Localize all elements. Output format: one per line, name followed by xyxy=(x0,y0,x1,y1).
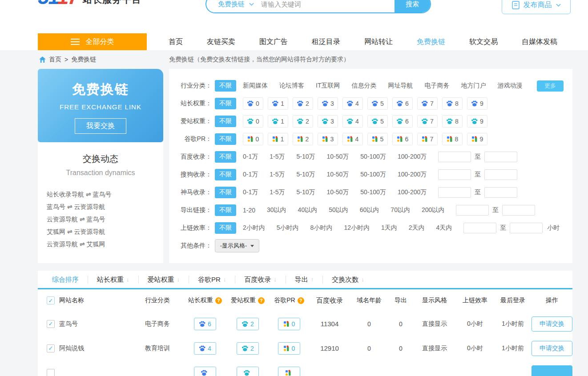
filter-level-option[interactable]: 6 xyxy=(392,133,413,145)
filter-unlimited-button[interactable]: 不限 xyxy=(215,98,236,109)
filter-level-option[interactable]: 1 xyxy=(268,97,288,110)
range-min-input[interactable] xyxy=(456,205,489,216)
filter-unlimited-button[interactable]: 不限 xyxy=(215,187,236,198)
filter-level-option[interactable]: 8 xyxy=(442,115,463,128)
row-checkbox[interactable] xyxy=(47,369,55,376)
row-checkbox[interactable]: ✓ xyxy=(47,344,55,352)
breadcrumb-home[interactable]: 首页 xyxy=(49,56,61,64)
range-min-input[interactable] xyxy=(463,223,496,233)
filter-unlimited-button[interactable]: 不限 xyxy=(215,116,236,127)
filter-level-option[interactable]: 7 xyxy=(417,133,438,145)
filter-level-option[interactable]: 3 xyxy=(318,133,338,145)
filter-level-option[interactable]: 2 xyxy=(293,133,313,145)
site-logo[interactable]: 5117 站长服务平台 xyxy=(38,0,141,7)
filter-unlimited-button[interactable]: 不限 xyxy=(215,80,236,92)
filter-option[interactable]: 游戏动漫 xyxy=(497,82,522,90)
pr-value-box[interactable]: 0 xyxy=(278,318,300,330)
filter-level-option[interactable]: 4 xyxy=(342,133,363,145)
sort-tab-2[interactable]: 爱站权重↓ xyxy=(138,276,189,284)
filter-option[interactable]: 50-100万 xyxy=(360,153,386,161)
filter-level-option[interactable]: 3 xyxy=(318,97,338,110)
filter-option[interactable]: 0-1万 xyxy=(243,188,258,196)
filter-level-option[interactable]: 7 xyxy=(417,97,438,110)
filter-level-option[interactable]: 0 xyxy=(243,97,263,110)
filter-level-option[interactable]: 4 xyxy=(342,115,363,128)
filter-level-option[interactable]: 5 xyxy=(367,133,388,145)
filter-level-option[interactable]: 0 xyxy=(243,133,263,145)
nav-item-4[interactable]: 网站转让 xyxy=(352,37,405,47)
filter-option[interactable]: 10-50万 xyxy=(327,188,349,196)
filter-option[interactable]: 0-1万 xyxy=(243,153,258,161)
range-min-input[interactable] xyxy=(438,187,471,198)
filter-option[interactable]: 信息分类 xyxy=(351,82,376,90)
filter-level-option[interactable]: 9 xyxy=(467,115,487,128)
apply-exchange-button[interactable]: 申请交换 xyxy=(532,316,572,332)
filter-option[interactable]: 1-20 xyxy=(243,207,255,214)
filter-level-option[interactable]: 3 xyxy=(318,115,338,128)
filter-option[interactable]: 5-10万 xyxy=(296,171,315,179)
filter-level-option[interactable]: 6 xyxy=(392,97,413,110)
range-max-input[interactable] xyxy=(484,169,517,180)
filter-level-option[interactable]: 1 xyxy=(268,115,288,128)
range-max-input[interactable] xyxy=(484,152,517,162)
nav-item-5[interactable]: 免费换链 xyxy=(405,37,457,47)
filter-level-option[interactable]: 4 xyxy=(342,97,363,110)
filter-level-option[interactable]: 6 xyxy=(392,115,413,128)
filter-option[interactable]: 新闻媒体 xyxy=(243,82,268,90)
filter-option[interactable]: 地方门户 xyxy=(461,82,486,90)
range-min-input[interactable] xyxy=(438,169,471,180)
filter-level-option[interactable]: 8 xyxy=(442,97,463,110)
sort-tab-3[interactable]: 谷歌PR↓ xyxy=(189,276,235,284)
search-input[interactable] xyxy=(260,0,395,13)
select-all-checkbox[interactable]: ✓ xyxy=(47,296,55,304)
nav-item-3[interactable]: 租泛目录 xyxy=(300,37,352,47)
range-max-input[interactable] xyxy=(502,205,535,216)
help-icon[interactable]: ? xyxy=(215,297,222,304)
filter-option[interactable]: 100-200万 xyxy=(398,171,427,179)
nav-item-0[interactable]: 首页 xyxy=(157,37,195,47)
filter-level-option[interactable]: 9 xyxy=(467,97,487,110)
filter-option[interactable]: 30以内 xyxy=(267,206,286,214)
filter-option[interactable]: 60以内 xyxy=(360,206,379,214)
pr-value-box[interactable]: 0 xyxy=(278,342,300,355)
range-max-input[interactable] xyxy=(510,223,543,233)
site-name[interactable]: 阿灿说钱 xyxy=(59,344,84,352)
site-name[interactable]: 蓝鸟号 xyxy=(59,320,78,328)
filter-unlimited-button[interactable]: 不限 xyxy=(215,169,236,180)
filter-option[interactable]: 1-5万 xyxy=(270,188,285,196)
filter-option[interactable]: 8小时内 xyxy=(310,224,333,232)
chinaz-value-box[interactable]: 4 xyxy=(194,342,216,355)
sort-tab-4[interactable]: 百度收录↓ xyxy=(235,276,286,284)
apply-exchange-button[interactable] xyxy=(532,365,572,376)
filter-option[interactable]: 10-50万 xyxy=(327,153,349,161)
nav-item-2[interactable]: 图文广告 xyxy=(247,37,300,47)
filter-option[interactable]: 50-100万 xyxy=(360,188,386,196)
filter-option[interactable]: 1天内 xyxy=(381,224,397,232)
apply-exchange-button[interactable]: 申请交换 xyxy=(532,341,572,356)
pr-value-box[interactable] xyxy=(278,367,300,376)
filter-option[interactable]: 1-5万 xyxy=(270,153,285,161)
filter-unlimited-button[interactable]: 不限 xyxy=(215,151,236,163)
filter-unlimited-button[interactable]: 不限 xyxy=(215,133,236,145)
filter-option[interactable]: 2小时内 xyxy=(243,224,265,232)
filter-option[interactable]: 2天内 xyxy=(409,224,425,232)
range-max-input[interactable] xyxy=(484,187,517,198)
filter-option[interactable]: 70以内 xyxy=(391,206,410,214)
filter-option[interactable]: 网址导航 xyxy=(388,82,413,90)
sort-tab-1[interactable]: 站长权重↓ xyxy=(88,276,138,284)
chinaz-value-box[interactable] xyxy=(194,367,216,376)
filter-option[interactable]: 1-5万 xyxy=(270,171,285,179)
filter-option[interactable]: 电子商务 xyxy=(424,82,449,90)
filter-level-option[interactable]: 1 xyxy=(268,133,288,145)
aizhan-value-box[interactable]: 2 xyxy=(237,318,259,330)
filter-option[interactable]: 50-100万 xyxy=(360,171,386,179)
filter-level-option[interactable]: 8 xyxy=(442,133,463,145)
filter-level-option[interactable]: 7 xyxy=(417,115,438,128)
aizhan-value-box[interactable]: 2 xyxy=(237,342,259,355)
filter-option[interactable]: 0-1万 xyxy=(243,171,258,179)
filter-option[interactable]: 40以内 xyxy=(298,206,318,214)
filter-option[interactable]: 5-10万 xyxy=(296,153,315,161)
nav-item-7[interactable]: 自媒体发稿 xyxy=(510,37,569,47)
filter-option[interactable]: 12小时内 xyxy=(344,224,370,232)
filter-level-option[interactable]: 5 xyxy=(367,115,388,128)
